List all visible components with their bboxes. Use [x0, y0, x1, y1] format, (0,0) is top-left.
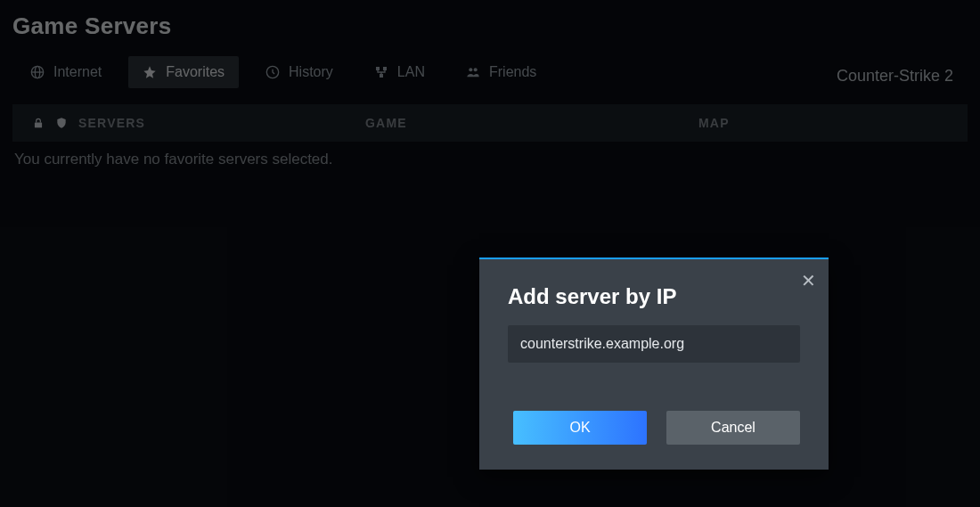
tab-friends[interactable]: Friends [452, 56, 551, 88]
page-title: Game Servers [12, 12, 968, 40]
friends-icon [466, 65, 480, 79]
tab-label: Friends [489, 64, 536, 80]
close-icon[interactable]: ✕ [801, 272, 816, 290]
tab-label: Favorites [166, 64, 225, 80]
globe-icon [30, 65, 45, 79]
star-icon [143, 65, 157, 79]
clock-icon [265, 65, 280, 79]
empty-state-message: You currently have no favorite servers s… [12, 142, 968, 177]
svg-rect-5 [383, 67, 387, 70]
server-ip-input[interactable] [508, 325, 800, 363]
add-server-modal: ✕ Add server by IP OK Cancel [479, 258, 829, 470]
cancel-button[interactable]: Cancel [666, 411, 800, 445]
svg-point-8 [474, 68, 478, 71]
lock-icon [32, 117, 45, 129]
svg-rect-4 [376, 67, 380, 70]
tab-history[interactable]: History [251, 56, 347, 88]
column-map[interactable]: MAP [698, 116, 953, 130]
tab-lan[interactable]: LAN [360, 56, 439, 88]
tab-internet[interactable]: Internet [16, 56, 116, 88]
svg-rect-9 [35, 122, 42, 127]
tab-favorites[interactable]: Favorites [128, 56, 239, 88]
game-filter-dropdown[interactable]: Counter-Strike 2 [822, 58, 968, 94]
server-list-header: SERVERS GAME MAP [12, 104, 968, 142]
svg-point-7 [469, 68, 472, 71]
shield-icon [55, 117, 68, 129]
column-servers[interactable]: SERVERS [78, 116, 145, 130]
tab-label: LAN [397, 64, 425, 80]
modal-title: Add server by IP [508, 284, 800, 309]
tab-label: History [289, 64, 333, 80]
svg-rect-6 [380, 74, 383, 78]
tab-label: Internet [53, 64, 102, 80]
column-game[interactable]: GAME [365, 116, 686, 130]
network-icon [374, 65, 388, 79]
ok-button[interactable]: OK [513, 411, 647, 445]
